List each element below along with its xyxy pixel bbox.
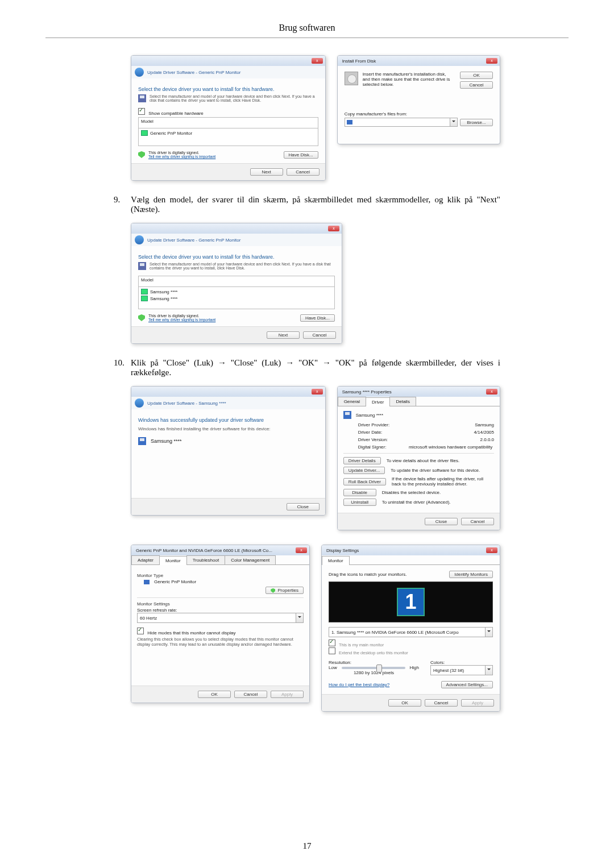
cancel-button[interactable]: Cancel — [460, 81, 493, 89]
tab-monitor[interactable]: Monitor — [322, 556, 350, 565]
driver-details-button[interactable]: Driver Details — [343, 457, 381, 464]
back-icon[interactable] — [135, 235, 144, 244]
cancel-button[interactable]: Cancel — [425, 699, 458, 707]
disk-icon — [138, 94, 146, 102]
show-compatible-label: Show compatible hardware — [148, 111, 204, 116]
monitor-settings-label: Monitor Settings — [137, 601, 304, 607]
copy-from-combo[interactable] — [345, 118, 458, 127]
extend-desktop-checkbox[interactable] — [329, 647, 335, 654]
apply-button[interactable]: Apply — [461, 699, 494, 707]
model-listbox[interactable]: Generic PnP Monitor — [138, 128, 318, 146]
model-header-label: Model — [141, 119, 154, 124]
breadcrumb-text: Update Driver Software - Generic PnP Mon… — [147, 70, 240, 75]
model-header-box: Model — [138, 276, 335, 287]
close-icon[interactable]: x — [296, 547, 307, 553]
advanced-settings-button[interactable]: Advanced Settings... — [441, 681, 493, 688]
signed-link[interactable]: Tell me why driver signing is important — [148, 318, 215, 322]
close-icon[interactable]: x — [486, 58, 497, 64]
tab-monitor[interactable]: Monitor — [159, 556, 187, 565]
close-icon[interactable]: x — [312, 58, 323, 64]
signed-link[interactable]: Tell me why driver signing is important — [148, 155, 215, 159]
monitor-icon — [138, 437, 146, 445]
shield-icon — [271, 588, 275, 593]
shield-icon — [138, 151, 145, 158]
signed-text: This driver is digitally signed. — [148, 151, 215, 155]
next-button[interactable]: Next — [267, 331, 300, 339]
cancel-button[interactable]: Cancel — [461, 518, 494, 525]
tab-driver[interactable]: Driver — [366, 397, 390, 406]
refresh-rate-select[interactable]: 60 Hertz — [137, 613, 304, 623]
chevron-down-icon[interactable] — [450, 118, 457, 126]
close-button[interactable]: Close — [287, 503, 320, 510]
dialog-subtext: Windows has finished installing the driv… — [138, 426, 318, 431]
show-compatible-checkbox[interactable] — [138, 108, 145, 115]
hide-modes-checkbox[interactable] — [137, 628, 144, 634]
dialog-subtext: Select the manufacturer and model of you… — [150, 94, 318, 102]
chevron-down-icon[interactable] — [296, 613, 303, 622]
disk-icon — [138, 262, 146, 270]
chevron-down-icon[interactable] — [485, 628, 492, 637]
have-disk-button[interactable]: Have Disk... — [284, 151, 318, 159]
display-settings-dialog: Display Settings x Monitor Drag the icon… — [321, 545, 500, 712]
back-icon[interactable] — [135, 68, 144, 77]
driver-properties-dialog: Samsung **** Properties x General Driver… — [337, 386, 500, 530]
tab-troubleshoot[interactable]: Troubleshoot — [186, 555, 225, 564]
ok-button[interactable]: OK — [198, 691, 231, 698]
monitor-settings-dialog: Generic PnP Monitor and NVIDIA GeForce 6… — [131, 545, 310, 703]
ok-button[interactable]: OK — [388, 699, 421, 707]
step-number: 10. — [114, 358, 131, 377]
cancel-button[interactable]: Cancel — [234, 691, 267, 698]
refresh-rate-label: Screen refresh rate: — [137, 608, 304, 613]
browse-button[interactable]: Browse... — [460, 119, 493, 126]
tab-details[interactable]: Details — [389, 397, 416, 406]
close-icon[interactable]: x — [486, 547, 497, 553]
monitor-type-value: Generic PnP Monitor — [154, 579, 196, 584]
close-button[interactable]: Close — [425, 518, 458, 525]
cancel-button[interactable]: Cancel — [287, 168, 320, 176]
ok-button[interactable]: OK — [460, 72, 493, 79]
close-icon[interactable]: x — [486, 389, 497, 394]
identify-monitors-button[interactable]: Identify Monitors — [449, 571, 493, 578]
copy-from-label: Copy manufacturer's files from: — [345, 111, 493, 117]
apply-button[interactable]: Apply — [271, 691, 304, 698]
close-icon[interactable]: x — [328, 226, 339, 231]
model-header-box: Model — [138, 117, 318, 128]
close-icon[interactable]: x — [312, 389, 323, 394]
step-text: Vælg den model, der svarer til din skærm… — [131, 195, 500, 214]
tab-color-management[interactable]: Color Management — [225, 555, 276, 564]
tab-general[interactable]: General — [338, 397, 366, 406]
list-item[interactable]: Samsung **** — [141, 295, 332, 302]
slider-high-label: High — [410, 665, 419, 670]
back-icon[interactable] — [135, 398, 144, 408]
disable-button[interactable]: Disable — [343, 489, 376, 496]
dialog-title: Generic PnP Monitor and NVIDIA GeForce 6… — [134, 548, 272, 553]
tab-adapter[interactable]: Adapter — [131, 555, 160, 564]
cancel-button[interactable]: Cancel — [303, 331, 336, 339]
slider-thumb-icon[interactable] — [376, 665, 382, 672]
resolution-slider[interactable] — [342, 667, 405, 669]
list-item[interactable]: Samsung **** — [141, 288, 332, 295]
list-item[interactable]: Generic PnP Monitor — [141, 130, 316, 136]
main-monitor-checkbox[interactable] — [329, 639, 335, 646]
disc-icon — [345, 72, 358, 85]
shield-icon — [138, 314, 145, 321]
model-item-label: Samsung **** — [150, 289, 177, 294]
properties-label: Properties — [278, 588, 298, 593]
properties-button[interactable]: Properties — [265, 587, 304, 594]
next-button[interactable]: Next — [250, 168, 283, 176]
monitor-preview[interactable]: 1 — [329, 582, 493, 622]
uninstall-button[interactable]: Uninstall — [343, 499, 376, 506]
step-number: 9. — [114, 195, 131, 214]
date-value: 4/14/2005 — [474, 430, 494, 435]
update-driver-dialog-3: x Update Driver Software - Samsung **** … — [131, 386, 326, 516]
colors-select[interactable]: Highest (32 bit) — [430, 665, 493, 675]
colors-label: Colors: — [430, 660, 493, 665]
have-disk-button[interactable]: Have Disk... — [300, 314, 335, 322]
rollback-button[interactable]: Roll Back Driver — [343, 478, 386, 485]
breadcrumb-text: Update Driver Software - Generic PnP Mon… — [147, 238, 240, 243]
monitor-select[interactable]: 1. Samsung **** on NVIDIA GeForce 6600 L… — [329, 627, 493, 637]
best-display-link[interactable]: How do I get the best display? — [329, 682, 389, 687]
update-driver-button[interactable]: Update Driver... — [343, 467, 385, 474]
model-listbox[interactable]: Samsung **** Samsung **** — [138, 287, 335, 309]
chevron-down-icon[interactable] — [485, 666, 492, 675]
